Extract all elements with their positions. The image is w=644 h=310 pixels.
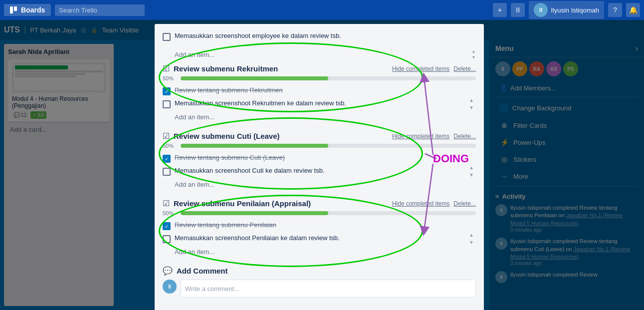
modal: Memasukkan screenshoot employee ke dalam… (155, 24, 484, 310)
checklist-text-3-1: Review tentang submenu Penilaian (175, 221, 276, 229)
checklist-text-2-1: Review tentang submenu Cuti (Leave) (175, 154, 285, 161)
checklist-cuti: ☑ Review submenu Cuti (Leave) Hide compl… (163, 131, 476, 191)
scroll-down-3[interactable]: ▼ (469, 240, 474, 245)
comment-avatar: II (163, 280, 177, 294)
add-item-2[interactable]: Add an item... (175, 181, 215, 188)
checklist-cuti-header: ☑ Review submenu Cuti (Leave) Hide compl… (163, 131, 476, 141)
scroll-down-top[interactable]: ▼ (471, 55, 476, 60)
checklist-progress-3: 50% (163, 210, 476, 216)
delete-checklist-1[interactable]: Delete... (453, 65, 476, 72)
progress-bar-fill-2 (181, 144, 328, 148)
checklist-progress-1: 50% (163, 75, 476, 81)
progress-bar-fill-3 (181, 211, 328, 215)
hide-completed-2[interactable]: Hide completed items (392, 133, 449, 140)
progress-bar-fill-1 (181, 76, 328, 80)
checklist-item-2-2: Memasukkan screenshoot Cuti ke dalam rev… (163, 165, 465, 178)
scroll-down-2[interactable]: ▼ (469, 172, 474, 178)
checklist-text-2-2: Memasukkan screenshoot Cuti ke dalam rev… (175, 167, 325, 174)
checklist-progress-2: 50% (163, 143, 476, 149)
info-button[interactable]: ? (608, 3, 622, 17)
add-item-top-btn[interactable]: Add an item... (175, 51, 215, 58)
progress-bar-bg-2 (181, 144, 476, 148)
modal-top-item: Memasukkan screenshoot employee ke dalam… (163, 32, 476, 41)
checklist-text-3-2: Memasukkan screenshoot Penilaian ke dala… (175, 234, 340, 242)
user-button[interactable]: II Ilyusin Istiqomah (529, 1, 604, 19)
add-item-row-1: Add an item... (163, 110, 465, 123)
checkbox-2-1[interactable]: ✓ (163, 155, 171, 163)
checklist-item-3-2: Memasukkan screenshoot Penilaian ke dala… (163, 232, 465, 245)
checkbox-1-2[interactable] (163, 100, 171, 108)
checkbox-3-1[interactable]: ✓ (163, 222, 171, 230)
doing-label: DOING (433, 152, 469, 165)
checklist-text-1-2: Memasukkan screenshoot Rekruitmen ke dal… (175, 99, 346, 107)
add-item-row-2: Add an item... (163, 178, 465, 191)
checklist-icon-1: ☑ (163, 64, 170, 73)
nav-left: Boards (4, 4, 489, 16)
scroll-down-1[interactable]: ▼ (469, 105, 474, 110)
checkbox-3-2[interactable] (163, 235, 171, 243)
add-item-row-3: Add an item... (163, 245, 465, 258)
checklist-icon-3: ☑ (163, 199, 170, 208)
checkbox-2-2[interactable] (163, 168, 171, 176)
scroll-up-1[interactable]: ▲ (469, 97, 474, 103)
checklist-text-1-1: Review tentang submenu Rekruitmen (175, 86, 283, 94)
create-button[interactable]: + (493, 3, 507, 17)
checklist-icon-2: ☑ (163, 131, 170, 141)
bell-button[interactable]: 🔔 (626, 3, 640, 17)
delete-checklist-2[interactable]: Delete... (453, 133, 476, 140)
boards-button[interactable]: Boards (4, 4, 51, 16)
checklist-title-1: Review submenu Rekruitmen (174, 64, 278, 73)
comment-icon: 💬 (163, 266, 173, 276)
checklist-title-2: Review submenu Cuti (Leave) (174, 132, 280, 140)
checklist-penilaian: ☑ Review submenu Penilaian (Appraisal) H… (163, 199, 476, 258)
progress-bar-bg-1 (181, 76, 476, 80)
modal-top-text: Memasukkan screenshoot employee ke dalam… (175, 32, 341, 39)
add-item-1[interactable]: Add an item... (175, 113, 215, 121)
scroll-up-2[interactable]: ▲ (469, 165, 474, 170)
search-input[interactable] (55, 4, 145, 16)
nav-right: + II II Ilyusin Istiqomah ? 🔔 (493, 1, 640, 19)
add-item-3[interactable]: Add an item... (175, 248, 215, 256)
scroll-arrows-3: ▲ ▼ (467, 219, 476, 258)
trello-icon (10, 6, 18, 13)
modal-overlay: Memasukkan screenshoot employee ke dalam… (0, 20, 644, 310)
checklist-rekruitmen: ☑ Review submenu Rekruitmen Hide complet… (163, 64, 476, 123)
comment-input[interactable] (181, 280, 476, 298)
checklist-rekruitmen-header: ☑ Review submenu Rekruitmen Hide complet… (163, 64, 476, 73)
add-item-row-top: Add an item... ▲ ▼ (163, 49, 476, 64)
add-comment-section: 💬 Add Comment II (163, 266, 476, 298)
comment-row: II (163, 280, 476, 298)
checkbox-1-1[interactable]: ✓ (163, 87, 171, 95)
top-nav: Boards + II II Ilyusin Istiqomah ? 🔔 (0, 0, 644, 20)
add-comment-header: 💬 Add Comment (163, 266, 476, 276)
scroll-arrows-top: ▲ ▼ (471, 49, 476, 60)
progress-bar-bg-3 (181, 211, 476, 215)
checklist-item-1-2: Memasukkan screenshoot Rekruitmen ke dal… (163, 97, 465, 110)
scroll-up-3[interactable]: ▲ (469, 232, 474, 238)
checklist-penilaian-header: ☑ Review submenu Penilaian (Appraisal) H… (163, 199, 476, 208)
hide-completed-3[interactable]: Hide completed items (392, 200, 449, 207)
top-checkbox[interactable] (163, 33, 171, 41)
pause-button[interactable]: II (511, 3, 525, 17)
delete-checklist-3[interactable]: Delete... (453, 200, 476, 207)
hide-completed-1[interactable]: Hide completed items (392, 65, 449, 72)
checklist-item-3-1: ✓ Review tentang submenu Penilaian (163, 219, 465, 232)
checklist-item-2-1: ✓ Review tentang submenu Cuti (Leave) (163, 152, 465, 165)
checklist-item-1-1: ✓ Review tentang submenu Rekruitmen (163, 84, 465, 97)
scroll-arrows-1: ▲ ▼ (467, 84, 476, 123)
scroll-up-top[interactable]: ▲ (471, 49, 476, 54)
user-avatar: II (534, 3, 548, 17)
comment-title: Add Comment (177, 267, 228, 275)
checklist-title-3: Review submenu Penilaian (Appraisal) (174, 199, 311, 208)
